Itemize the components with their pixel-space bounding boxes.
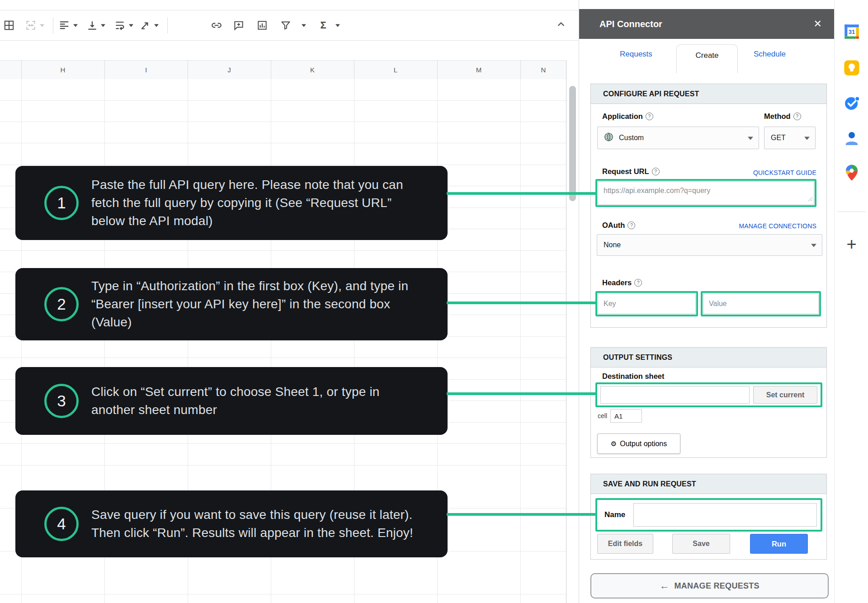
google-maps-icon[interactable]	[842, 163, 861, 184]
help-icon[interactable]: ?	[793, 113, 801, 120]
help-icon[interactable]: ?	[646, 113, 653, 120]
panel-title: API Connector	[599, 19, 662, 29]
header-value-input[interactable]	[703, 293, 819, 314]
create-filter-icon[interactable]	[280, 19, 292, 31]
vertical-scrollbar-thumb[interactable]	[569, 86, 576, 201]
header-value-highlight	[701, 291, 821, 316]
output-options-button[interactable]: ⚙ Output options	[597, 433, 680, 454]
request-name-input[interactable]	[633, 503, 817, 527]
callout-step-3: 3 Click on “Set current” to choose Sheet…	[15, 367, 448, 435]
callout-text-line: Paste the full API query here. Please no…	[91, 176, 403, 194]
cell-label: cell	[598, 412, 607, 419]
set-current-button[interactable]: Set current	[753, 386, 817, 404]
column-header-n[interactable]: N	[520, 61, 566, 80]
close-icon[interactable]: ✕	[814, 18, 822, 30]
borders-icon[interactable]	[3, 19, 15, 31]
toolbar-divider	[53, 17, 53, 33]
headers-label: Headers?	[602, 278, 642, 287]
oauth-value: None	[604, 241, 621, 249]
help-icon[interactable]: ?	[627, 221, 635, 229]
globe-icon	[604, 132, 614, 144]
request-url-label: Request URL?	[602, 167, 660, 176]
column-header-row: H I J K L M N	[0, 60, 566, 80]
insert-link-icon[interactable]	[211, 19, 222, 31]
merge-cells-icon[interactable]	[25, 19, 37, 31]
help-icon[interactable]: ?	[634, 279, 642, 287]
method-select[interactable]: GET	[764, 127, 816, 149]
connector-line	[447, 392, 597, 395]
corner-cell[interactable]	[0, 61, 22, 80]
calendar-day-label: 31	[848, 28, 855, 35]
column-header-j[interactable]: J	[188, 61, 271, 80]
connector-line	[447, 513, 597, 516]
manage-requests-button[interactable]: ← MANAGE REQUESTS	[590, 573, 829, 598]
request-url-highlight	[595, 179, 816, 207]
section-title: CONFIGURE API REQUEST	[591, 84, 826, 104]
manage-connections-link[interactable]: MANAGE CONNECTIONS	[739, 222, 816, 230]
google-tasks-icon[interactable]	[842, 94, 861, 114]
run-button[interactable]: Run	[750, 534, 808, 554]
functions-dropdown-icon[interactable]	[335, 24, 340, 27]
tab-schedule[interactable]: Schedule	[754, 50, 786, 59]
name-label: Name	[604, 510, 625, 519]
column-header-h[interactable]: H	[21, 61, 105, 80]
collapse-toolbar-icon[interactable]	[555, 18, 567, 33]
callout-text: Click on “Set current” to choose Sheet 1…	[91, 383, 380, 419]
help-icon[interactable]: ?	[652, 168, 660, 175]
google-keep-icon[interactable]	[842, 58, 861, 79]
tab-create[interactable]: Create	[676, 44, 738, 73]
google-calendar-icon[interactable]: 31	[842, 22, 861, 43]
application-select[interactable]: Custom	[597, 127, 759, 149]
merge-cells-dropdown-icon[interactable]	[40, 24, 44, 27]
request-url-input[interactable]	[598, 181, 814, 205]
add-addon-icon[interactable]: +	[846, 235, 856, 254]
insert-comment-icon[interactable]	[233, 19, 245, 31]
cell-input[interactable]	[610, 409, 642, 423]
filter-dropdown-icon[interactable]	[302, 24, 306, 27]
edit-fields-button[interactable]: Edit fields	[597, 534, 653, 554]
text-rotation-dropdown-icon[interactable]	[154, 24, 159, 27]
vertical-align-icon[interactable]	[86, 19, 98, 31]
resize-grip-icon[interactable]	[808, 195, 813, 203]
oauth-label: OAuth?	[602, 221, 635, 230]
callout-step-4: 4 Save query if you want to save this qu…	[15, 490, 448, 557]
sheet-right-edge	[566, 60, 566, 603]
header-key-input[interactable]	[598, 293, 696, 314]
gear-icon: ⚙	[611, 440, 617, 448]
step-number-badge: 4	[44, 507, 79, 541]
destination-sheet-input[interactable]	[600, 386, 750, 404]
callout-text-line: Type in “Authorization” in the first box…	[91, 277, 408, 295]
google-contacts-icon[interactable]	[842, 129, 861, 150]
output-settings-section: OUTPUT SETTINGS Destination sheet Set cu…	[590, 347, 827, 458]
insert-chart-icon[interactable]	[256, 19, 268, 31]
column-header-k[interactable]: K	[271, 61, 354, 80]
horizontal-align-dropdown-icon[interactable]	[73, 24, 78, 27]
oauth-select[interactable]: None	[597, 234, 822, 256]
method-value: GET	[771, 134, 786, 142]
quickstart-guide-link[interactable]: QUICKSTART GUIDE	[753, 169, 816, 176]
sigma-glyph: Σ	[320, 19, 326, 31]
callout-text: Paste the full API query here. Please no…	[91, 176, 403, 230]
save-button[interactable]: Save	[672, 534, 730, 554]
text-wrap-icon[interactable]	[114, 19, 126, 31]
text-wrap-dropdown-icon[interactable]	[129, 24, 133, 27]
sheets-toolbar: Σ	[0, 10, 579, 41]
column-header-l[interactable]: L	[354, 61, 438, 80]
functions-icon[interactable]: Σ	[317, 19, 329, 31]
callout-text-line: Click on “Set current” to choose Sheet 1…	[91, 383, 380, 401]
horizontal-align-icon[interactable]	[58, 19, 70, 31]
callout-step-2: 2 Type in “Authorization” in the first b…	[15, 268, 448, 340]
vertical-align-dropdown-icon[interactable]	[101, 24, 105, 27]
step-number-badge: 2	[44, 287, 79, 321]
callout-step-1: 1 Paste the full API query here. Please …	[15, 166, 448, 240]
tab-requests[interactable]: Requests	[620, 50, 652, 59]
column-header-m[interactable]: M	[437, 61, 521, 80]
api-connector-panel: API Connector ✕ Requests Create Schedule…	[579, 0, 835, 603]
toolbar-divider	[167, 17, 168, 33]
column-header-i[interactable]: I	[104, 61, 188, 80]
text-rotation-icon[interactable]	[139, 19, 151, 31]
section-title: OUTPUT SETTINGS	[591, 348, 826, 367]
step-number-badge: 3	[44, 384, 79, 418]
callout-text-line: (Value)	[91, 313, 408, 331]
callout-text-line: “Bearer [insert your API key here]” in t…	[91, 295, 408, 313]
